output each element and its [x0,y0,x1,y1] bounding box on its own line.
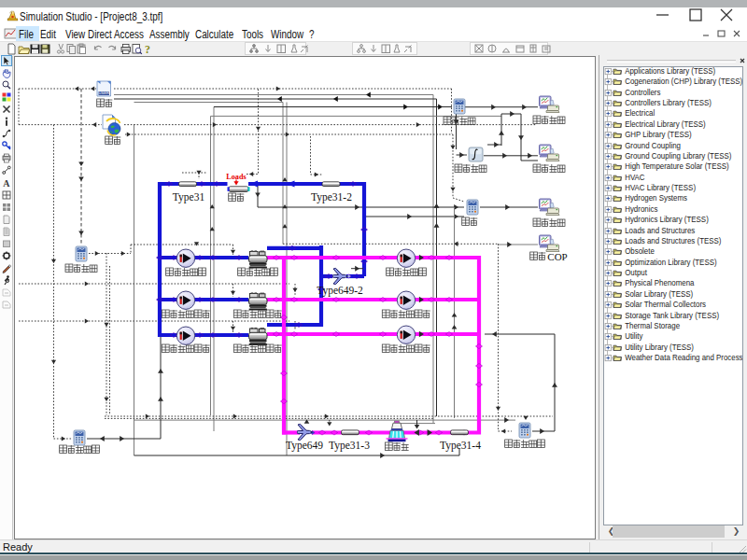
svg-text:Type649: Type649 [286,440,323,452]
svg-text:USER: USER [98,91,109,95]
svg-text:Type31-4: Type31-4 [440,440,481,452]
svg-text:Type31: Type31 [173,191,205,203]
svg-text:?: ? [145,43,150,55]
svg-text:Type31-3: Type31-3 [329,440,370,452]
svg-text:COP: COP [547,251,567,262]
svg-text:Type31-2: Type31-2 [311,191,352,203]
svg-text:A: A [3,178,10,189]
svg-text:Type649-2: Type649-2 [317,285,363,297]
